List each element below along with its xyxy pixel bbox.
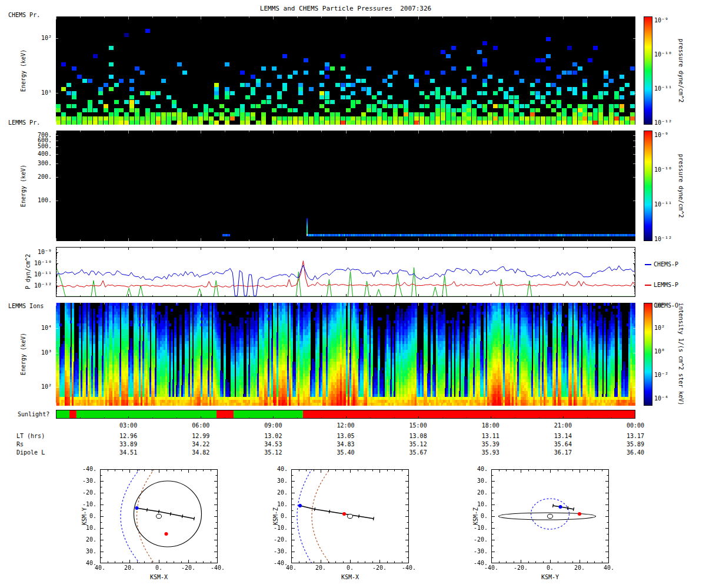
ksmy-ksmz-y-tick-label: 0. bbox=[462, 513, 488, 519]
ephemeris-row-label-dipolel: Dipole L bbox=[16, 449, 45, 456]
ksmx-ksmz-x-tick-label: 0. bbox=[338, 564, 362, 571]
particle-pressures-y-tick-label: 10⁻¹¹ bbox=[24, 271, 52, 278]
time-tick-label: 21:00 bbox=[551, 422, 575, 429]
ksmx-ksmy-y-tick-label: 20. bbox=[71, 536, 96, 543]
lemms-ions-spectrogram bbox=[56, 303, 635, 406]
ephemeris-value: 35.12 bbox=[407, 441, 430, 447]
ksmx-ksmy-y-tick-label: -10. bbox=[71, 501, 96, 507]
ksmx-ksmz-x-tick-label: -20. bbox=[368, 564, 391, 571]
ephemeris-value: 36.40 bbox=[624, 449, 647, 456]
ksmy-ksmz-y-tick-label: 40. bbox=[462, 466, 488, 472]
particle-pressures-y-tick-label: 10⁻¹⁰ bbox=[24, 260, 52, 266]
ephemeris-value: 13.05 bbox=[334, 433, 358, 439]
chems-y-axis-label: Energy (keV) bbox=[20, 49, 26, 92]
chems-pressure-spectrogram bbox=[56, 16, 635, 125]
lemms-ions-colorbar-tick-label: 10² bbox=[654, 325, 690, 331]
particle-pressures-y-tick-label: 10⁻⁹ bbox=[24, 249, 52, 255]
ephemeris-value: 13.11 bbox=[479, 433, 502, 439]
lemms-pressure-colorbar bbox=[644, 131, 652, 241]
ephemeris-value: 12.96 bbox=[116, 433, 140, 439]
chems-pressure-colorbar-tick-label: 10⁻¹¹ bbox=[654, 85, 690, 92]
lemms-pressure-y-tick-label: 200. bbox=[24, 173, 52, 180]
ksmy-ksmz-x-tick-label: -40. bbox=[479, 564, 503, 571]
chems-p-line-glyph bbox=[645, 264, 651, 265]
ksmx-ksmz-y-tick-label: -10. bbox=[262, 524, 288, 531]
orbit-plot-ksmy-ksmz bbox=[491, 469, 609, 563]
ksmy-ksmz-y-tick-label: 20. bbox=[462, 489, 488, 496]
sunlight-label: Sunlight? bbox=[18, 411, 49, 417]
lemms-ions-colorbar bbox=[644, 303, 652, 406]
lemms-pressure-colorbar-tick-label: 10⁻¹² bbox=[654, 236, 690, 242]
legend-item-chems-p: CHEMS-P bbox=[645, 260, 678, 268]
lemms-pressure-colorbar-tick-label: 10⁻⁹ bbox=[654, 132, 690, 138]
time-tick-label: 09:00 bbox=[261, 422, 285, 429]
lemms-ions-y-tick-label: 10³ bbox=[24, 349, 52, 356]
ephemeris-value: 35.39 bbox=[479, 441, 502, 447]
lemms-pressure-colorbar-tick-label: 10⁻¹¹ bbox=[654, 201, 690, 208]
chems-colorbar-label: pressure dyne/cm^2 bbox=[678, 39, 684, 102]
ksmx-ksmy-x-tick-label: 0. bbox=[147, 564, 171, 571]
ephemeris-row-label-lt: LT (hrs) bbox=[16, 433, 45, 439]
panel-label-lemms-pr: LEMMS Pr. bbox=[8, 119, 40, 126]
ksmx-ksmz-y-tick-label: 30. bbox=[262, 477, 288, 484]
time-tick-label: 15:00 bbox=[407, 422, 430, 429]
ksmx-ksmy-x-tick-label: -20. bbox=[176, 564, 200, 571]
legend-label-lemms-p: LEMMS-P bbox=[654, 282, 678, 288]
ksmy-ksmz-x-tick-label: 40. bbox=[597, 564, 621, 571]
ksmx-ksmz-x-tick-label: -40. bbox=[397, 564, 421, 571]
time-tick-label: 03:00 bbox=[116, 422, 140, 429]
ksmy-ksmz-y-tick-label: 10. bbox=[462, 501, 488, 507]
lemms-pressure-y-tick-label: 600. bbox=[24, 137, 52, 143]
ksmx-ksmy-x-tick-label: -40. bbox=[206, 564, 229, 571]
ephemeris-value: 13.02 bbox=[261, 433, 285, 439]
ksmx-ksmy-x-tick-label: 40. bbox=[88, 564, 112, 571]
ephemeris-value: 35.12 bbox=[261, 449, 285, 456]
ksmx-ksmy-y-tick-label: -20. bbox=[71, 489, 96, 496]
pressure-lineplot bbox=[56, 247, 635, 297]
chems-pressure-colorbar-tick-label: 10⁻¹² bbox=[654, 119, 690, 126]
ksmx-ksmz-x-tick-label: 40. bbox=[279, 564, 303, 571]
ephemeris-value: 34.83 bbox=[334, 441, 358, 447]
orbit-plot-ksmx-ksmy bbox=[100, 469, 218, 563]
ephemeris-value: 34.51 bbox=[116, 449, 140, 456]
lemms-ions-colorbar-tick-label: 10⁴ bbox=[654, 302, 690, 309]
panel-label-lemms-ions: LEMMS Ions bbox=[8, 303, 44, 309]
ksmx-ksmz-y-tick-label: 10. bbox=[262, 501, 288, 507]
panel-label-chems-pr: CHEMS Pr. bbox=[8, 12, 40, 18]
ephemeris-value: 35.40 bbox=[334, 449, 358, 456]
orbit-yz-x-axis-label: KSM-Y bbox=[535, 574, 565, 580]
sunlight-bar bbox=[56, 410, 635, 419]
ksmx-ksmy-y-tick-label: -40. bbox=[71, 466, 96, 472]
lemms-pressure-y-tick-label: 300. bbox=[24, 160, 52, 166]
chems-pressure-y-tick-label: 10² bbox=[24, 35, 52, 41]
figure-title: LEMMS and CHEMS Particle Pressures 2007:… bbox=[56, 5, 635, 12]
chems-pressure-colorbar-tick-label: 10⁻¹⁰ bbox=[654, 51, 690, 58]
lemms-ions-y-tick-label: 10⁴ bbox=[24, 325, 52, 331]
time-tick-label: 06:00 bbox=[189, 422, 212, 429]
lemms-pressure-y-tick-label: 400. bbox=[24, 151, 52, 157]
ksmy-ksmz-x-tick-label: 0. bbox=[538, 564, 562, 571]
ephemeris-value: 12.99 bbox=[189, 433, 212, 439]
ksmx-ksmz-y-tick-label: 20. bbox=[262, 489, 288, 496]
lemms-pressure-spectrogram bbox=[56, 131, 635, 241]
lemms-p-line-glyph bbox=[645, 285, 651, 286]
chems-pressure-colorbar-tick-label: 10⁻⁹ bbox=[654, 17, 690, 24]
ksmx-ksmz-y-tick-label: -30. bbox=[262, 548, 288, 554]
orbit-xz-x-axis-label: KSM-X bbox=[335, 574, 365, 580]
ephemeris-value: 13.08 bbox=[407, 433, 430, 439]
time-tick-label: 18:00 bbox=[479, 422, 502, 429]
ksmy-ksmz-y-tick-label: -30. bbox=[462, 548, 488, 554]
ephemeris-value: 35.93 bbox=[479, 449, 502, 456]
lemms-ions-colorbar-tick-label: 10⁻² bbox=[654, 372, 690, 378]
lemms-ions-colorbar-tick-label: 10⁻⁴ bbox=[654, 395, 690, 402]
ephemeris-value: 35.64 bbox=[551, 441, 575, 447]
lemms-pressure-y-tick-label: 500. bbox=[24, 143, 52, 149]
chems-pressure-y-tick-label: 10¹ bbox=[24, 89, 52, 96]
ephemeris-value: 36.17 bbox=[551, 449, 575, 456]
ksmy-ksmz-y-tick-label: -20. bbox=[462, 536, 488, 543]
time-tick-label: 12:00 bbox=[334, 422, 358, 429]
ksmx-ksmy-y-tick-label: 10. bbox=[71, 524, 96, 531]
time-tick-label: 00:00 bbox=[624, 422, 647, 429]
ksmx-ksmy-x-tick-label: 20. bbox=[118, 564, 141, 571]
legend-label-chems-p: CHEMS-P bbox=[654, 261, 678, 268]
